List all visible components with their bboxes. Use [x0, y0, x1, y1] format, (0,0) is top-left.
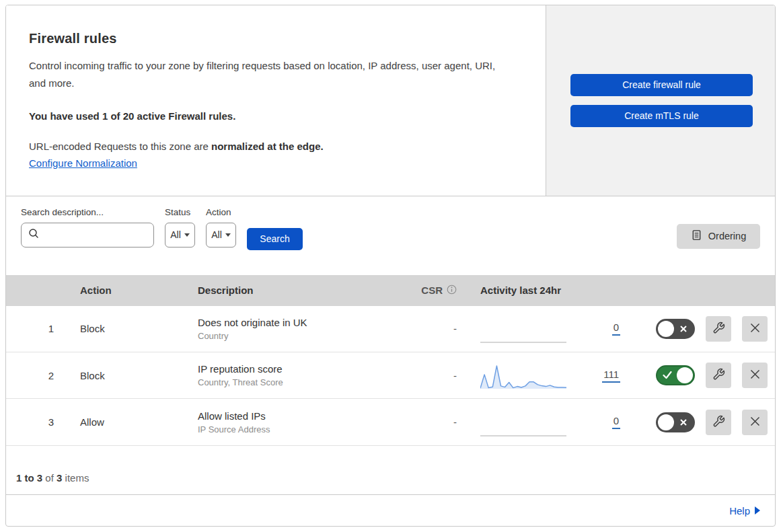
help-link[interactable]: Help — [729, 505, 760, 517]
delete-rule-button[interactable] — [742, 316, 768, 342]
wrench-icon — [712, 368, 725, 383]
column-csr-label: CSR — [421, 284, 443, 296]
normalization-text: URL-encoded Requests to this zone are no… — [29, 141, 519, 152]
create-firewall-rule-button[interactable]: Create firewall rule — [570, 74, 753, 96]
edit-rule-button[interactable] — [706, 363, 731, 388]
rule-activity-cell: 111 — [457, 358, 628, 392]
table-header-row: Action Description CSR Activity last 24h… — [6, 275, 775, 306]
toggle-knob — [658, 414, 674, 430]
search-input[interactable] — [44, 229, 165, 240]
activity-sparkline — [480, 316, 566, 346]
activity-sparkline — [480, 363, 566, 392]
help-bar: Help — [6, 495, 775, 526]
rule-controls — [628, 316, 775, 342]
delete-rule-button[interactable] — [742, 363, 768, 388]
rule-action: Block — [70, 323, 188, 334]
table-row: 2 Block IP reputation score Country, Thr… — [6, 352, 775, 399]
activity-count-link[interactable]: 0 — [612, 415, 620, 429]
edit-rule-button[interactable] — [706, 410, 731, 435]
x-icon — [674, 325, 693, 333]
rule-activity-cell: 0 — [457, 406, 628, 439]
activity-count-link[interactable]: 0 — [612, 321, 620, 336]
action-select-value: All — [211, 229, 222, 240]
chevron-down-icon — [184, 233, 190, 237]
activity-sparkline — [480, 410, 566, 439]
rule-enabled-toggle[interactable] — [656, 319, 695, 339]
rule-activity-cell: 0 — [457, 312, 628, 346]
column-action: Action — [70, 284, 188, 296]
pagination-range: 1 to 3 — [16, 472, 42, 484]
rule-description: Allow listed IPs — [198, 410, 396, 422]
edit-rule-button[interactable] — [706, 316, 731, 342]
rule-priority: 1 — [6, 323, 70, 334]
toggle-knob — [658, 321, 674, 337]
search-box[interactable] — [21, 223, 154, 248]
pagination-items: items — [65, 472, 89, 484]
rule-priority: 3 — [6, 416, 70, 428]
page-title: Firewall rules — [29, 31, 519, 46]
status-select[interactable]: All — [165, 223, 195, 248]
rule-fields: IP Source Address — [198, 424, 396, 434]
rule-fields: Country — [198, 331, 396, 341]
search-icon — [28, 228, 39, 241]
status-label: Status — [165, 207, 195, 217]
column-csr: CSR — [396, 284, 457, 297]
rule-controls — [628, 410, 775, 435]
header-text-panel: Firewall rules Control incoming traffic … — [6, 5, 546, 196]
action-label: Action — [206, 207, 236, 217]
close-icon — [749, 322, 761, 336]
action-select[interactable]: All — [206, 223, 236, 248]
info-icon[interactable] — [447, 284, 457, 297]
chevron-down-icon — [225, 233, 231, 237]
delete-rule-button[interactable] — [742, 410, 768, 435]
toggle-knob — [677, 367, 693, 383]
rule-priority: 2 — [6, 370, 70, 381]
rule-fields: Country, Threat Score — [198, 377, 396, 387]
ordering-button[interactable]: Ordering — [677, 224, 760, 249]
search-button[interactable]: Search — [247, 228, 303, 250]
search-group: Search description... — [21, 207, 154, 248]
usage-summary: You have used 1 of 20 active Firewall ru… — [29, 110, 519, 122]
table-row: 1 Block Does not originate in UK Country… — [6, 306, 775, 352]
check-icon — [658, 371, 677, 379]
rule-description-cell: IP reputation score Country, Threat Scor… — [188, 363, 396, 387]
help-link-label: Help — [729, 505, 750, 517]
action-filter-group: Action All — [206, 207, 236, 248]
page-description: Control incoming traffic to your zone by… — [29, 57, 507, 93]
rule-enabled-toggle[interactable] — [656, 365, 695, 385]
search-label: Search description... — [21, 207, 154, 217]
rule-enabled-toggle[interactable] — [656, 412, 695, 432]
filter-bar: Search description... Status All Action … — [6, 196, 775, 275]
close-icon — [749, 416, 761, 429]
pagination-of: of — [45, 472, 54, 484]
rule-description: Does not originate in UK — [198, 317, 396, 328]
rule-action: Allow — [70, 416, 188, 428]
activity-count-link[interactable]: 111 — [602, 369, 620, 383]
create-mtls-rule-button[interactable]: Create mTLS rule — [570, 105, 753, 127]
arrow-right-icon — [755, 506, 760, 515]
ordering-button-label: Ordering — [708, 231, 746, 241]
rule-controls — [628, 363, 775, 388]
rule-csr-value: - — [396, 370, 457, 381]
rule-csr-value: - — [396, 323, 457, 334]
table-row: 3 Allow Allow listed IPs IP Source Addre… — [6, 399, 775, 445]
wrench-icon — [712, 415, 725, 430]
rule-csr-value: - — [396, 416, 457, 428]
pagination-total: 3 — [57, 472, 62, 484]
firewall-rules-card: Firewall rules Control incoming traffic … — [5, 5, 776, 527]
close-icon — [749, 369, 761, 382]
pagination-summary: 1 to 3 of 3 items — [6, 446, 775, 496]
header-actions-panel: Create firewall rule Create mTLS rule — [546, 5, 775, 196]
column-activity: Activity last 24hr — [457, 284, 628, 296]
rule-action: Block — [70, 370, 188, 381]
rule-description-cell: Allow listed IPs IP Source Address — [188, 410, 396, 434]
status-select-value: All — [170, 229, 181, 240]
ordering-list-icon — [691, 229, 702, 243]
wrench-icon — [712, 321, 725, 336]
configure-normalization-link[interactable]: Configure Normalization — [29, 157, 137, 169]
rule-description: IP reputation score — [198, 363, 396, 375]
rule-description-cell: Does not originate in UK Country — [188, 317, 396, 341]
status-filter-group: Status All — [165, 207, 195, 248]
normalization-prefix: URL-encoded Requests to this zone are — [29, 141, 211, 152]
column-description: Description — [188, 284, 396, 296]
